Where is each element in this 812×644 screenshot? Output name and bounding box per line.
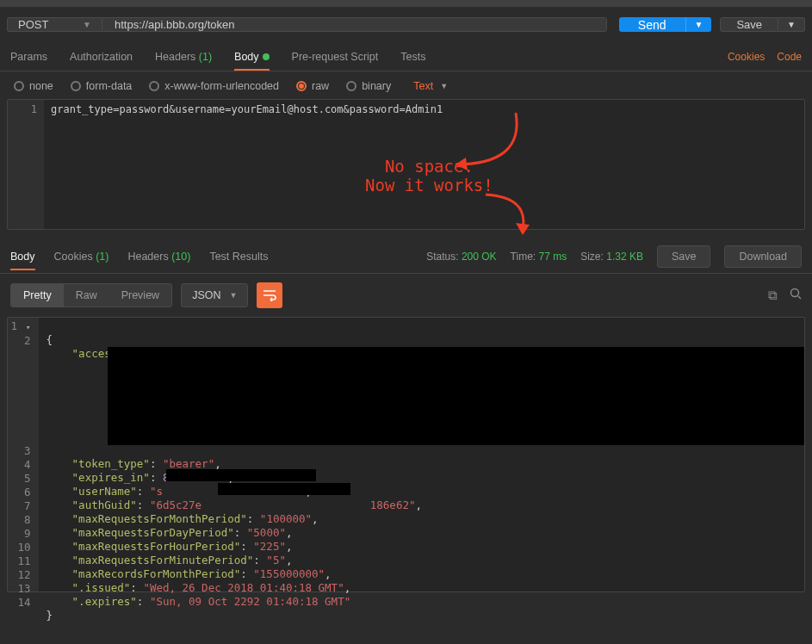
redaction-block [166, 469, 316, 481]
svg-marker-0 [456, 158, 468, 170]
link-cookies[interactable]: Cookies [728, 51, 765, 63]
tab-body[interactable]: Body [234, 51, 270, 63]
save-response-button[interactable]: Save [657, 245, 711, 268]
search-icon[interactable] [790, 288, 802, 303]
request-body-text: grant_type=password&username=yourEmail@h… [44, 100, 449, 229]
radio-none[interactable]: none [14, 80, 53, 92]
resp-tab-cookies[interactable]: Cookies (1) [54, 251, 109, 263]
line-gutter: 1 [8, 100, 44, 229]
body-type-selector: none form-data x-www-form-urlencoded raw… [0, 71, 812, 99]
wrap-lines-button[interactable] [257, 282, 282, 308]
dot-icon [263, 53, 270, 60]
tab-params[interactable]: Params [10, 51, 47, 63]
radio-raw[interactable]: raw [296, 80, 329, 92]
response-tabs: Body Cookies (1) Headers (10) Test Resul… [0, 240, 812, 274]
radio-xwww[interactable]: x-www-form-urlencoded [149, 80, 279, 92]
view-pretty[interactable]: Pretty [11, 284, 64, 307]
request-bar: POST ▼ https://api.bbb.org/token Send ▼ … [0, 7, 812, 42]
chevron-down-icon: ▼ [83, 20, 91, 29]
redaction-block [218, 483, 350, 495]
wrap-icon [263, 289, 276, 301]
redaction-block [108, 347, 804, 445]
view-raw[interactable]: Raw [64, 284, 109, 307]
copy-icon[interactable]: ⧉ [768, 288, 778, 303]
response-status: Status: 200 OK Time: 77 ms Size: 1.32 KB… [426, 245, 802, 268]
svg-line-3 [798, 296, 801, 299]
method-select[interactable]: POST ▼ [7, 17, 102, 32]
request-tabs: Params Authorization Headers (1) Body Pr… [0, 42, 812, 71]
tab-prerequest[interactable]: Pre-request Script [292, 51, 379, 63]
save-button[interactable]: Save [720, 17, 778, 32]
response-view-bar: Pretty Raw Preview JSON ▼ ⧉ [0, 274, 812, 317]
tab-tests[interactable]: Tests [400, 51, 425, 63]
resp-tab-headers[interactable]: Headers (10) [127, 251, 190, 263]
save-options-button[interactable]: ▼ [778, 17, 805, 32]
body-text-type-select[interactable]: Text ▼ [413, 80, 448, 92]
send-options-button[interactable]: ▼ [685, 17, 712, 32]
method-value: POST [18, 18, 48, 31]
download-button[interactable]: Download [724, 245, 802, 268]
tab-authorization[interactable]: Authorization [70, 51, 133, 63]
send-button[interactable]: Send [619, 17, 685, 32]
resp-tab-body[interactable]: Body [10, 251, 35, 263]
resp-tab-testresults[interactable]: Test Results [209, 251, 268, 263]
response-body-editor[interactable]: 1 ▾ 2 3 4 5 6 7 8 9 10 11 12 13 14 { "ac… [7, 317, 805, 592]
view-preview[interactable]: Preview [109, 284, 171, 307]
chevron-down-icon: ▼ [229, 291, 237, 300]
radio-formdata[interactable]: form-data [71, 80, 133, 92]
chevron-down-icon: ▼ [440, 82, 448, 90]
svg-marker-1 [516, 223, 530, 235]
tab-headers[interactable]: Headers (1) [155, 51, 212, 63]
arrow-icon [438, 104, 533, 173]
link-code[interactable]: Code [777, 51, 802, 63]
lang-select[interactable]: JSON ▼ [181, 283, 248, 307]
request-body-editor[interactable]: 1 grant_type=password&username=yourEmail… [7, 99, 805, 230]
radio-binary[interactable]: binary [346, 80, 391, 92]
svg-point-2 [791, 289, 799, 297]
view-mode-group: Pretty Raw Preview [10, 283, 172, 307]
arrow-icon [481, 190, 542, 238]
url-input[interactable]: https://api.bbb.org/token [102, 17, 607, 32]
line-gutter: 1 ▾ 2 3 4 5 6 7 8 9 10 11 12 13 14 [8, 318, 39, 591]
